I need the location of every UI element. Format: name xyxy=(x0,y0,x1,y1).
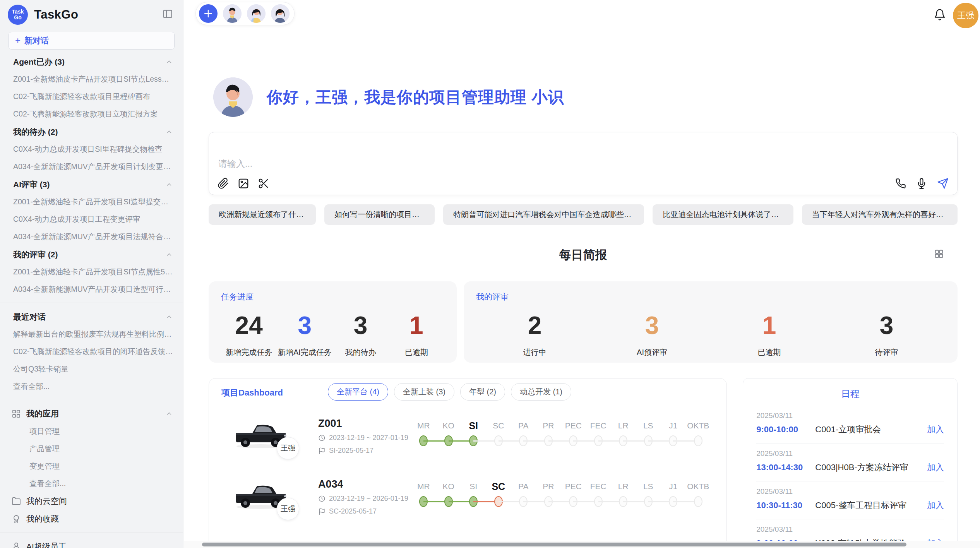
cloud-space-label: 我的云空间 xyxy=(26,496,67,507)
new-chat-button[interactable]: + 新对话 xyxy=(9,32,175,50)
chevron-up-icon[interactable] xyxy=(165,58,173,66)
clock-icon xyxy=(318,434,326,442)
recent-chat-item[interactable]: 查看全部... xyxy=(0,378,183,395)
sidebar-task-item[interactable]: Z001-全新燃油轻卡产品开发项目SI节点属性5D文件评审 xyxy=(0,263,183,281)
app-subitem[interactable]: 项目管理 xyxy=(0,423,183,440)
greeting-section: 你好，王强，我是你的项目管理助理 小识 xyxy=(213,77,564,117)
app-subitem[interactable]: 产品管理 xyxy=(0,440,183,457)
add-member-button[interactable] xyxy=(199,4,218,23)
sidebar-section-header[interactable]: 我的待办 (2) xyxy=(0,123,183,140)
scrollbar-thumb[interactable] xyxy=(202,543,906,546)
sidebar-section-header[interactable]: AI评审 (3) xyxy=(0,175,183,193)
app-subitem[interactable]: 变更管理 xyxy=(0,457,183,475)
milestone-label: PEC xyxy=(561,480,586,494)
recent-chat-item[interactable]: 公司Q3轻卡销量 xyxy=(0,360,183,378)
sidebar-task-item[interactable]: C0X4-动力总成开发项目SI里程碑提交物检查 xyxy=(0,140,183,158)
greeting-text: 你好，王强，我是你的项目管理助理 小识 xyxy=(267,87,564,108)
section-title: AI评审 (3) xyxy=(13,179,50,190)
section-title: 最近对话 xyxy=(13,312,46,322)
recent-chats-header[interactable]: 最近对话 xyxy=(0,308,183,325)
chevron-up-icon[interactable] xyxy=(165,410,173,418)
flag-icon xyxy=(318,508,326,515)
event-join-link[interactable]: 加入 xyxy=(927,424,944,435)
avatar-member-2[interactable] xyxy=(247,4,266,23)
suggestion-chip[interactable]: 当下年轻人对汽车外观有怎样的喜好趋势 xyxy=(802,204,958,225)
recent-chat-item[interactable]: C02-飞腾新能源轻客改款项目的闭环通告反馈情况 xyxy=(0,343,183,360)
avatar-member-1[interactable] xyxy=(223,4,242,23)
milestone: LR xyxy=(611,480,636,510)
milestone: PA xyxy=(511,419,536,449)
attach-file-icon[interactable] xyxy=(218,178,229,189)
milestone: PEC xyxy=(561,419,586,449)
sidebar-item-cloud-space[interactable]: 我的云空间 xyxy=(0,492,183,510)
dashboard-filter-chip[interactable]: 动总开发 (1) xyxy=(511,383,571,401)
milestone: SC xyxy=(486,480,511,510)
schedule-event: 2025/03/119:00-10:00C001-立项审批会加入 xyxy=(756,406,944,444)
suggestion-chip[interactable]: 比亚迪全固态电池计划具体说了什么 xyxy=(653,204,793,225)
event-join-link[interactable]: 加入 xyxy=(927,500,944,511)
briefing-stats: 任务进度24新增完成任务3新增AI完成任务3我的待办1已逾期我的评审2进行中3A… xyxy=(209,281,958,363)
project-dashboard-card: 项目Dashboard 全新平台 (4)全新上装 (3)年型 (2)动总开发 (… xyxy=(209,378,727,548)
milestone: J1 xyxy=(661,419,686,449)
dashboard-filter-chip[interactable]: 全新平台 (4) xyxy=(328,383,388,401)
sidebar-item-my-apps[interactable]: 我的应用 xyxy=(0,405,183,423)
stat-value: 3 xyxy=(333,309,389,342)
stat-value: 1 xyxy=(389,309,444,342)
award-icon xyxy=(12,514,21,524)
stat-card: 任务进度24新增完成任务3新增AI完成任务3我的待办1已逾期 xyxy=(209,281,457,363)
dashboard-filter-chip[interactable]: 全新上装 (3) xyxy=(394,383,454,401)
sidebar-task-item[interactable]: A034-全新新能源MUV产品开发项目法规符合性评审 xyxy=(0,228,183,245)
sidebar: Task Go TaskGo + 新对话 Agent已办 (3)Z001-全新燃… xyxy=(0,0,183,548)
sidebar-task-item[interactable]: A034-全新新能源MUV产品开发项目造型可行性评审 xyxy=(0,281,183,298)
sidebar-task-item[interactable]: C02-飞腾新能源轻客改款项目立项汇报方案 xyxy=(0,105,183,123)
project-row[interactable]: 王强Z0012023-12-19 ~ 2027-01-19SI-2025-05-… xyxy=(209,411,726,471)
project-row[interactable]: 王强A0342023-12-19 ~ 2026-01-19SC-2025-05-… xyxy=(209,471,726,532)
dashboard-filter-chip[interactable]: 年型 (2) xyxy=(460,383,505,401)
milestone: KO xyxy=(436,419,461,449)
my-apps-label: 我的应用 xyxy=(26,408,59,419)
section-title: 我的待办 (2) xyxy=(13,127,58,137)
suggestion-chip[interactable]: 如何写一份清晰的项目周报 xyxy=(324,204,435,225)
sidebar-task-item[interactable]: Z001-全新燃油皮卡产品开发项目SI节点Lesson Learn报告 xyxy=(0,70,183,88)
logo-text-bottom: Go xyxy=(14,15,21,21)
voice-call-icon[interactable] xyxy=(895,178,906,189)
sidebar-section-header[interactable]: Agent已办 (3) xyxy=(0,53,183,70)
milestone-label: J1 xyxy=(661,419,686,433)
chevron-up-icon[interactable] xyxy=(165,313,173,321)
stat-value: 3 xyxy=(593,309,711,342)
send-icon[interactable] xyxy=(937,178,949,189)
suggestion-chip[interactable]: 特朗普可能对进口汽车增税会对中国车企造成哪些影响 xyxy=(443,204,644,225)
sidebar-item-ai-super-staff[interactable]: AI超级员工 xyxy=(0,538,183,548)
event-name: C001-立项审批会 xyxy=(815,424,922,435)
microphone-icon[interactable] xyxy=(916,178,927,189)
stat-metric: 3待评审 xyxy=(828,309,945,358)
milestone: LS xyxy=(636,419,661,449)
sidebar-task-item[interactable]: C02-飞腾新能源轻客改款项目里程碑画布 xyxy=(0,88,183,105)
plus-icon: + xyxy=(15,35,21,46)
suggestion-chip[interactable]: 欧洲新规最近颁布了什么? xyxy=(209,204,316,225)
composer[interactable]: 请输入... xyxy=(209,132,958,195)
notifications-bell-icon[interactable] xyxy=(934,9,946,21)
recent-chat-item[interactable]: 解释最新出台的欧盟报废车法规再生塑料比例被调至15%... xyxy=(0,325,183,343)
chevron-up-icon[interactable] xyxy=(165,251,173,259)
milestone-label: LS xyxy=(636,480,661,494)
sidebar-task-item[interactable]: A034-全新新能源MUV产品开发项目计划变更表编写 xyxy=(0,158,183,175)
stat-metric: 1已逾期 xyxy=(389,309,444,358)
folder-icon xyxy=(12,497,21,506)
milestone: OKTB xyxy=(686,419,711,449)
chevron-up-icon[interactable] xyxy=(165,181,173,188)
sidebar-collapse-icon[interactable] xyxy=(162,9,173,19)
upload-image-icon[interactable] xyxy=(238,178,249,189)
sidebar-item-favorites[interactable]: 我的收藏 xyxy=(0,510,183,528)
screenshot-scissors-icon[interactable] xyxy=(258,178,269,189)
chevron-up-icon[interactable] xyxy=(165,128,173,136)
user-avatar[interactable]: 王强 xyxy=(953,3,978,28)
schedule-card: 日程 2025/03/119:00-10:00C001-立项审批会加入2025/… xyxy=(743,378,958,548)
briefing-layout-icon[interactable] xyxy=(934,248,944,259)
sidebar-section-header[interactable]: 我的评审 (2) xyxy=(0,245,183,263)
avatar-member-3[interactable] xyxy=(271,4,290,23)
sidebar-task-item[interactable]: C0X4-动力总成开发项目工程变更评审 xyxy=(0,211,183,228)
sidebar-task-item[interactable]: Z001-全新燃油轻卡产品开发项目SI造型提交物评审 xyxy=(0,193,183,211)
event-join-link[interactable]: 加入 xyxy=(927,462,944,473)
app-subitem[interactable]: 查看全部... xyxy=(0,475,183,492)
